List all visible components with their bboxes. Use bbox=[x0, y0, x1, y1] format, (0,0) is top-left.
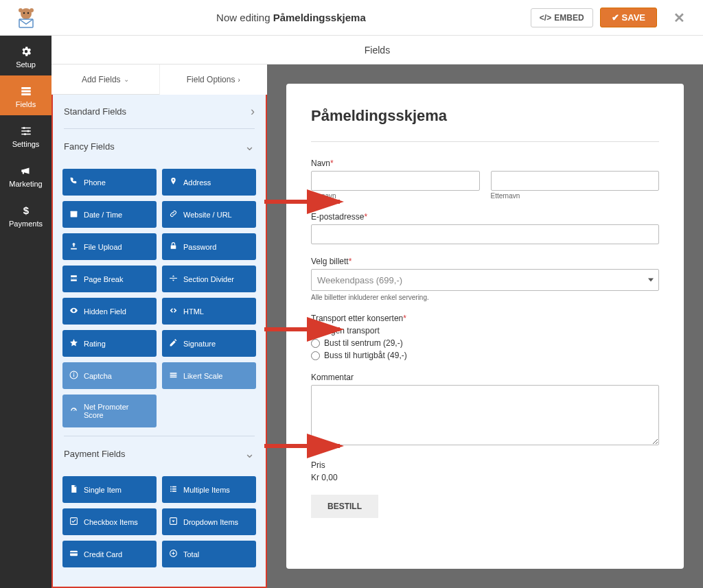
payment-field-total[interactable]: Total bbox=[162, 541, 256, 567]
upload-icon bbox=[69, 242, 78, 252]
svg-rect-38 bbox=[173, 552, 174, 554]
first-name-input[interactable] bbox=[311, 171, 480, 191]
fields-panel: Add Fields ⌄ Field Options › Standard Fi… bbox=[51, 64, 267, 588]
field-label: Page Break bbox=[84, 275, 123, 283]
field-label: Checkbox Items bbox=[84, 518, 138, 526]
transport-option-0[interactable]: Ingen transport bbox=[311, 326, 659, 336]
payment-field-credit-card[interactable]: Credit Card bbox=[62, 541, 157, 567]
chevron-down-icon bbox=[648, 279, 654, 282]
section-standard-fields[interactable]: Standard Fields › bbox=[53, 95, 266, 128]
transport-label: Transport etter konserten* bbox=[311, 314, 659, 323]
payment-field-multiple-items[interactable]: Multiple Items bbox=[162, 476, 256, 503]
first-name-sublabel: Fornavn bbox=[311, 192, 480, 200]
nav-payments[interactable]: $ Payments bbox=[0, 195, 51, 235]
svg-point-12 bbox=[27, 130, 29, 132]
svg-point-2 bbox=[30, 8, 34, 12]
left-nav: Setup Fields Settings Marketing $ Paymen… bbox=[0, 36, 51, 588]
field-label: Single Item bbox=[84, 486, 122, 494]
nav-setup[interactable]: Setup bbox=[0, 36, 51, 75]
last-name-input[interactable] bbox=[491, 171, 660, 191]
payment-field-checkbox-items[interactable]: Checkbox Items bbox=[62, 508, 157, 535]
field-address[interactable]: Address bbox=[162, 169, 256, 196]
form-icon bbox=[20, 85, 32, 97]
info-icon bbox=[69, 371, 78, 381]
price-label: Pris bbox=[311, 460, 659, 470]
tab-field-options[interactable]: Field Options › bbox=[159, 64, 268, 95]
svg-rect-31 bbox=[172, 491, 176, 492]
svg-rect-7 bbox=[21, 91, 31, 93]
field-password[interactable]: Password bbox=[162, 233, 256, 260]
nav-settings[interactable]: Settings bbox=[0, 115, 51, 155]
field-signature[interactable]: Signature bbox=[162, 330, 256, 357]
svg-rect-25 bbox=[170, 377, 177, 378]
transport-option-1[interactable]: Bust til sentrum (29,-) bbox=[311, 338, 659, 348]
field-label: Dropdown Items bbox=[183, 518, 238, 526]
svg-rect-27 bbox=[172, 486, 176, 488]
close-icon[interactable]: ✕ bbox=[664, 10, 695, 26]
svg-rect-11 bbox=[21, 130, 31, 132]
transport-option-2[interactable]: Buss til hurtigbåt (49,-) bbox=[311, 351, 659, 360]
form-title: Påmeldingsskjema bbox=[311, 107, 659, 125]
field-net-promoter-score[interactable]: Net Promoter Score bbox=[62, 395, 157, 427]
scale-icon bbox=[169, 371, 178, 381]
sliders-icon bbox=[20, 125, 32, 137]
field-phone[interactable]: Phone bbox=[62, 169, 157, 196]
embed-button[interactable]: </> EMBED bbox=[531, 8, 593, 27]
field-html[interactable]: HTML bbox=[162, 298, 256, 325]
nav-fields[interactable]: Fields bbox=[0, 75, 51, 115]
field-label: Likert Scale bbox=[183, 372, 222, 380]
field-section-divider[interactable]: Section Divider bbox=[162, 266, 256, 292]
svg-point-14 bbox=[24, 133, 26, 135]
section-fancy-fields[interactable]: Fancy Fields ⌄ bbox=[53, 129, 266, 163]
field-date-time[interactable]: Date / Time bbox=[62, 201, 157, 228]
ticket-label: Velg billett* bbox=[311, 257, 659, 266]
field-website-url[interactable]: Website / URL bbox=[162, 201, 256, 228]
payment-field-dropdown-items[interactable]: Dropdown Items bbox=[162, 508, 256, 535]
field-label: Net Promoter Score bbox=[84, 403, 150, 419]
list-icon bbox=[169, 484, 178, 495]
divider-icon bbox=[169, 274, 178, 284]
price-value: Kr 0,00 bbox=[311, 473, 659, 482]
field-rating[interactable]: Rating bbox=[62, 330, 157, 357]
save-button[interactable]: ✔ SAVE bbox=[600, 8, 657, 27]
section-payment-fields[interactable]: Payment Fields ⌄ bbox=[53, 436, 266, 471]
field-label: Credit Card bbox=[84, 550, 122, 558]
email-input[interactable] bbox=[311, 224, 659, 244]
payment-field-single-item[interactable]: Single Item bbox=[62, 476, 157, 503]
field-file-upload[interactable]: File Upload bbox=[62, 233, 157, 260]
svg-rect-21 bbox=[73, 374, 74, 377]
svg-point-22 bbox=[73, 373, 75, 374]
tab-add-fields[interactable]: Add Fields ⌄ bbox=[51, 64, 159, 95]
field-captcha[interactable]: Captcha bbox=[62, 362, 157, 389]
field-label: Password bbox=[183, 243, 216, 251]
logo bbox=[0, 5, 51, 30]
eye-icon bbox=[69, 306, 78, 316]
dropdown-icon bbox=[169, 517, 178, 527]
svg-rect-29 bbox=[172, 489, 176, 490]
total-icon bbox=[169, 549, 178, 559]
submit-button[interactable]: BESTILL bbox=[311, 495, 378, 518]
code-icon bbox=[169, 306, 178, 316]
field-page-break[interactable]: Page Break bbox=[62, 266, 157, 292]
svg-rect-26 bbox=[170, 486, 172, 488]
subheader-title: Fields bbox=[51, 36, 703, 64]
svg-rect-6 bbox=[21, 87, 31, 89]
field-likert-scale[interactable]: Likert Scale bbox=[162, 362, 256, 389]
nav-marketing[interactable]: Marketing bbox=[0, 155, 51, 195]
name-label: Navn* bbox=[311, 158, 659, 168]
field-hidden-field[interactable]: Hidden Field bbox=[62, 298, 157, 325]
field-label: File Upload bbox=[84, 243, 122, 251]
editing-title: Now editing Påmeldingsskjema bbox=[51, 12, 531, 23]
field-label: Date / Time bbox=[84, 211, 122, 219]
form-preview: Påmeldingsskjema Navn* Fornavn Etternavn bbox=[286, 84, 684, 569]
svg-rect-8 bbox=[21, 93, 31, 95]
ticket-select[interactable]: Weekendpass (699,-) bbox=[311, 269, 659, 291]
code-icon: </> bbox=[540, 13, 551, 23]
field-label: Rating bbox=[84, 340, 106, 348]
email-label: E-postadresse* bbox=[311, 212, 659, 222]
check-icon: ✔ bbox=[612, 12, 619, 23]
comment-textarea[interactable] bbox=[311, 385, 659, 445]
gear-icon bbox=[20, 45, 32, 58]
lock-icon bbox=[169, 242, 178, 252]
svg-rect-35 bbox=[70, 552, 78, 554]
